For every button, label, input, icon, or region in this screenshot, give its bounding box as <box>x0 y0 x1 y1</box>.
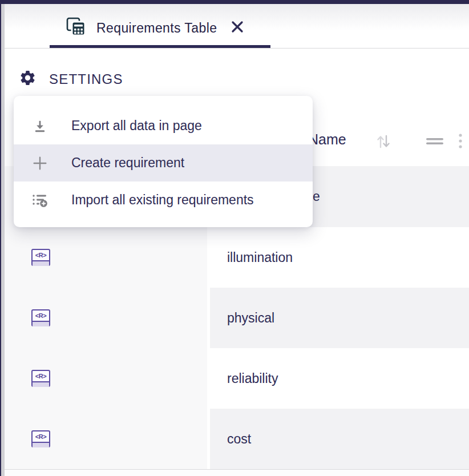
sort-icon[interactable] <box>375 133 391 152</box>
menu-item-create-requirement[interactable]: Create requirement <box>14 144 313 181</box>
requirement-icon[interactable]: <R> <box>31 249 50 266</box>
row-name: cost <box>227 431 251 447</box>
window-top-bar <box>0 0 469 4</box>
row-name: physical <box>227 310 274 326</box>
tab-label: Requirements Table <box>96 21 217 36</box>
row-name: illumination <box>227 250 293 265</box>
column-header-name[interactable]: Name <box>308 131 346 148</box>
settings-dropdown-menu: Export all data in page Create requireme… <box>14 96 313 227</box>
table-row[interactable]: physical <box>210 288 469 348</box>
download-icon <box>31 119 49 134</box>
menu-item-import[interactable]: Import all existing requirements <box>14 181 313 219</box>
side-panel-sliver <box>1 4 5 476</box>
close-icon[interactable] <box>231 20 244 36</box>
gear-icon <box>19 69 37 89</box>
requirement-icon[interactable]: <R> <box>31 309 50 326</box>
menu-item-label: Import all existing requirements <box>71 192 254 208</box>
requirement-icon[interactable]: <R> <box>31 430 50 447</box>
menu-item-label: Export all data in page <box>71 118 202 134</box>
settings-label: SETTINGS <box>49 71 123 87</box>
menu-item-label: Create requirement <box>71 155 184 171</box>
bottom-strip <box>5 470 469 476</box>
kebab-menu-icon[interactable] <box>457 132 464 153</box>
tab-requirements-table[interactable]: Requirements Table <box>66 15 244 41</box>
window-left-edge <box>0 0 1 476</box>
table-row[interactable]: cost <box>210 409 469 469</box>
menu-item-export[interactable]: Export all data in page <box>14 107 313 144</box>
import-list-icon <box>31 193 49 208</box>
requirement-icon[interactable]: <R> <box>31 370 50 387</box>
settings-button[interactable]: SETTINGS <box>19 69 123 89</box>
table-row[interactable]: illumination <box>210 227 469 288</box>
table-icon <box>66 17 86 39</box>
plus-icon <box>31 156 49 171</box>
row-name: reliability <box>227 371 278 386</box>
tab-bar: Requirements Table <box>5 4 469 49</box>
table-row[interactable]: reliability <box>210 348 469 409</box>
resize-handle-icon[interactable] <box>426 137 444 148</box>
row-name-partial: e <box>313 189 320 204</box>
active-tab-underline <box>50 45 270 48</box>
